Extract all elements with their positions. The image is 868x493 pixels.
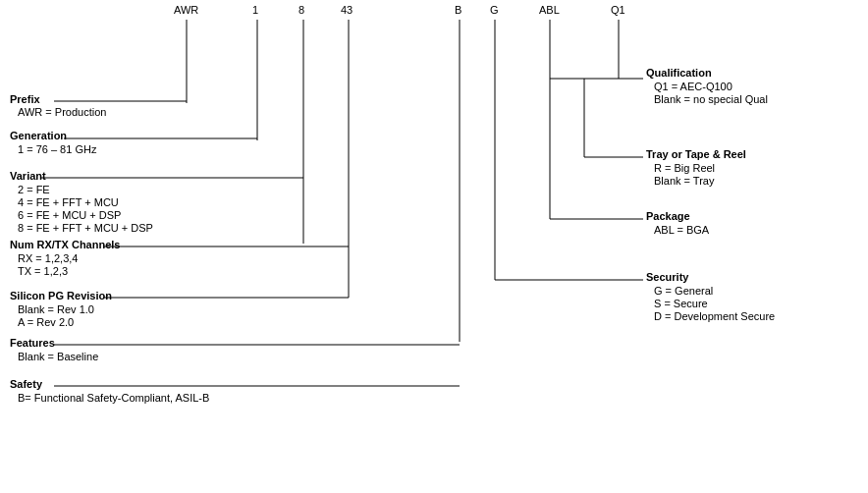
silicon-pg-line2: A = Rev 2.0: [18, 316, 74, 328]
diagram-svg: [0, 0, 868, 493]
num-rxtx-line2: TX = 1,2,3: [18, 265, 68, 277]
safety-title: Safety: [10, 378, 42, 390]
tray-tape-title: Tray or Tape & Reel: [646, 148, 746, 160]
silicon-pg-title: Silicon PG Revision: [10, 290, 112, 301]
num-rxtx-title: Num RX/TX Channels: [10, 239, 120, 250]
variant-title: Variant: [10, 170, 46, 182]
features-title: Features: [10, 337, 55, 349]
variant-line1: 2 = FE: [18, 184, 50, 195]
variant-line2: 4 = FE + FFT + MCU: [18, 196, 119, 208]
security-line3: D = Development Secure: [654, 310, 775, 322]
header-g: G: [490, 4, 499, 16]
header-1: 1: [252, 4, 258, 16]
safety-desc: B= Functional Safety-Compliant, ASIL-B: [18, 392, 209, 404]
num-rxtx-line1: RX = 1,2,3,4: [18, 252, 78, 264]
header-q1: Q1: [611, 4, 625, 16]
features-desc: Blank = Baseline: [18, 351, 98, 362]
header-abl: ABL: [539, 4, 560, 16]
header-43: 43: [341, 4, 353, 16]
generation-title: Generation: [10, 130, 67, 141]
security-title: Security: [646, 271, 688, 283]
part-number-diagram: AWR 1 8 43 B G ABL Q1 Prefix AWR = Produ…: [0, 0, 868, 493]
prefix-title: Prefix: [10, 93, 40, 105]
package-title: Package: [646, 210, 690, 222]
header-b: B: [455, 4, 461, 16]
silicon-pg-line1: Blank = Rev 1.0: [18, 303, 94, 315]
qualification-line1: Q1 = AEC-Q100: [654, 81, 732, 92]
header-awr: AWR: [174, 4, 198, 16]
qualification-line2: Blank = no special Qual: [654, 93, 768, 105]
package-desc: ABL = BGA: [654, 224, 709, 236]
security-line2: S = Secure: [654, 298, 708, 309]
security-line1: G = General: [654, 285, 713, 297]
tray-tape-line2: Blank = Tray: [654, 175, 714, 187]
qualification-title: Qualification: [646, 67, 712, 79]
variant-line3: 6 = FE + MCU + DSP: [18, 209, 121, 221]
prefix-desc: AWR = Production: [18, 106, 106, 118]
variant-line4: 8 = FE + FFT + MCU + DSP: [18, 222, 153, 234]
generation-desc: 1 = 76 – 81 GHz: [18, 143, 96, 155]
header-8: 8: [298, 4, 304, 16]
tray-tape-line1: R = Big Reel: [654, 162, 715, 174]
